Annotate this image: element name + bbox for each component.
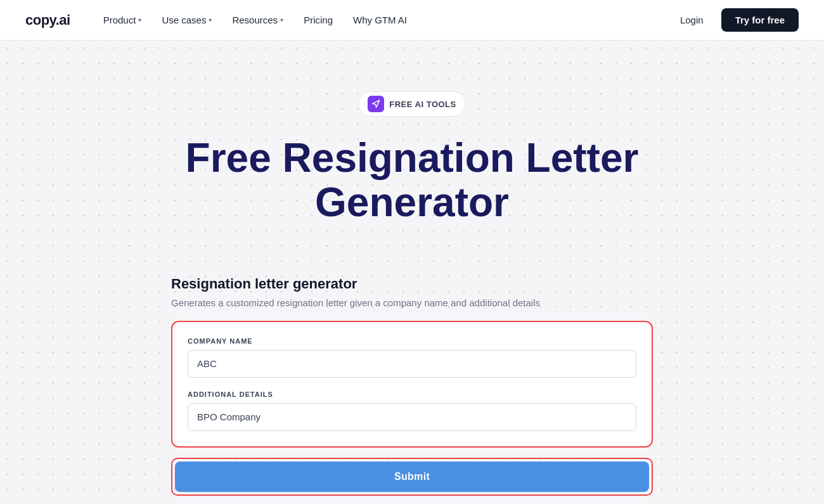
megaphone-icon [368,96,384,112]
form-card: COMPANY NAME ADDITIONAL DETAILS [171,321,653,448]
try-for-free-button[interactable]: Try for free [721,8,799,32]
chevron-down-icon: ▾ [138,16,141,23]
additional-details-label: ADDITIONAL DETAILS [188,391,636,398]
additional-details-input[interactable] [188,403,636,431]
logo[interactable]: copy.ai [25,12,70,29]
nav-item-why-gtm-label: Why GTM AI [353,15,407,25]
nav-links: Product ▾ Use cases ▾ Resources ▾ Pricin… [96,10,415,30]
navbar-right: Login Try for free [673,8,799,32]
navbar-left: copy.ai Product ▾ Use cases ▾ Resources … [25,10,415,30]
company-name-field-group: COMPANY NAME [188,337,636,378]
form-title: Resignation letter generator [171,276,653,292]
nav-item-product[interactable]: Product ▾ [96,10,150,30]
additional-details-field-group: ADDITIONAL DETAILS [188,391,636,431]
company-name-input[interactable] [188,350,636,378]
hero-section: FREE AI TOOLS Free Resignation Letter Ge… [0,72,824,276]
chevron-down-icon: ▾ [209,16,212,23]
nav-item-resources[interactable]: Resources ▾ [224,10,291,30]
login-button[interactable]: Login [673,10,711,30]
submit-button[interactable]: Submit [175,462,649,492]
nav-item-resources-label: Resources [232,15,278,25]
chevron-down-icon: ▾ [280,16,283,23]
nav-item-why-gtm[interactable]: Why GTM AI [345,10,415,30]
main-content: FREE AI TOOLS Free Resignation Letter Ge… [0,41,824,504]
nav-item-product-label: Product [103,15,136,25]
nav-item-pricing-label: Pricing [304,15,333,25]
nav-item-usecases-label: Use cases [162,15,206,25]
form-header: Resignation letter generator Generates a… [171,276,653,308]
navbar: copy.ai Product ▾ Use cases ▾ Resources … [0,0,824,41]
nav-item-usecases[interactable]: Use cases ▾ [154,10,219,30]
submit-wrapper: Submit [171,458,653,496]
page-title: Free Resignation Letter Generator [184,136,640,225]
form-section: Resignation letter generator Generates a… [146,276,678,504]
form-description: Generates a customized resignation lette… [171,297,653,308]
badge-label: FREE AI TOOLS [389,100,456,109]
company-name-label: COMPANY NAME [188,337,636,345]
nav-item-pricing[interactable]: Pricing [296,10,340,30]
free-ai-tools-badge[interactable]: FREE AI TOOLS [358,91,465,117]
